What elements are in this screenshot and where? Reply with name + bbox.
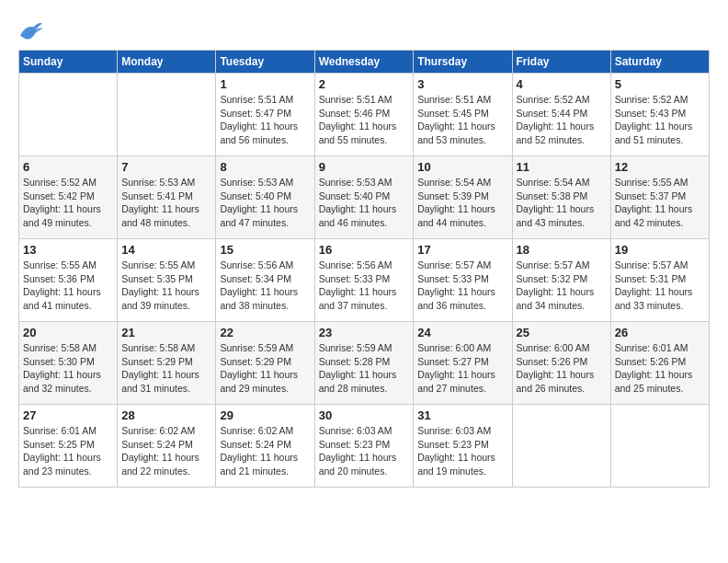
calendar-cell	[610, 405, 709, 488]
calendar-week-row: 13Sunrise: 5:55 AMSunset: 5:36 PMDayligh…	[19, 239, 710, 322]
calendar-cell: 7Sunrise: 5:53 AMSunset: 5:41 PMDaylight…	[118, 156, 216, 239]
calendar-cell: 17Sunrise: 5:57 AMSunset: 5:33 PMDayligh…	[414, 239, 512, 322]
calendar-cell: 29Sunrise: 6:02 AMSunset: 5:24 PMDayligh…	[216, 405, 314, 488]
calendar-cell: 19Sunrise: 5:57 AMSunset: 5:31 PMDayligh…	[610, 239, 709, 322]
cell-text: Sunrise: 5:51 AMSunset: 5:46 PMDaylight:…	[319, 94, 397, 145]
calendar-cell: 6Sunrise: 5:52 AMSunset: 5:42 PMDaylight…	[19, 156, 118, 239]
day-number: 1	[220, 77, 310, 91]
calendar-cell: 21Sunrise: 5:58 AMSunset: 5:29 PMDayligh…	[118, 322, 216, 405]
day-number: 18	[517, 243, 607, 257]
day-number: 24	[417, 326, 507, 339]
cell-text: Sunrise: 5:52 AMSunset: 5:44 PMDaylight:…	[517, 94, 595, 145]
cell-text: Sunrise: 5:57 AMSunset: 5:31 PMDaylight:…	[615, 259, 693, 311]
cell-text: Sunrise: 6:03 AMSunset: 5:23 PMDaylight:…	[417, 425, 495, 477]
calendar-cell: 27Sunrise: 6:01 AMSunset: 5:25 PMDayligh…	[19, 405, 118, 488]
cell-text: Sunrise: 6:02 AMSunset: 5:24 PMDaylight:…	[121, 425, 199, 477]
calendar-cell: 1Sunrise: 5:51 AMSunset: 5:47 PMDaylight…	[216, 74, 314, 156]
calendar-cell: 13Sunrise: 5:55 AMSunset: 5:36 PMDayligh…	[19, 239, 118, 322]
calendar-cell: 20Sunrise: 5:58 AMSunset: 5:30 PMDayligh…	[19, 322, 118, 405]
calendar-week-row: 27Sunrise: 6:01 AMSunset: 5:25 PMDayligh…	[19, 405, 710, 488]
cell-text: Sunrise: 5:52 AMSunset: 5:42 PMDaylight:…	[23, 177, 101, 228]
cell-text: Sunrise: 5:59 AMSunset: 5:28 PMDaylight:…	[319, 342, 397, 394]
cell-text: Sunrise: 5:52 AMSunset: 5:43 PMDaylight:…	[615, 94, 693, 145]
cell-text: Sunrise: 5:55 AMSunset: 5:37 PMDaylight:…	[615, 177, 693, 228]
day-number: 4	[517, 77, 607, 91]
calendar-cell: 3Sunrise: 5:51 AMSunset: 5:45 PMDaylight…	[414, 74, 512, 156]
calendar-cell: 4Sunrise: 5:52 AMSunset: 5:44 PMDaylight…	[512, 74, 610, 156]
day-number: 29	[220, 408, 310, 422]
calendar-cell: 18Sunrise: 5:57 AMSunset: 5:32 PMDayligh…	[512, 239, 610, 322]
day-number: 7	[121, 160, 211, 174]
day-number: 23	[319, 326, 410, 339]
calendar-cell: 12Sunrise: 5:55 AMSunset: 5:37 PMDayligh…	[610, 156, 709, 239]
day-number: 8	[220, 160, 310, 174]
cell-text: Sunrise: 5:55 AMSunset: 5:35 PMDaylight:…	[121, 259, 199, 311]
day-number: 27	[23, 408, 113, 422]
day-number: 25	[517, 326, 607, 339]
calendar-cell: 23Sunrise: 5:59 AMSunset: 5:28 PMDayligh…	[314, 322, 414, 405]
logo-icon	[18, 18, 44, 40]
calendar-cell: 9Sunrise: 5:53 AMSunset: 5:40 PMDaylight…	[314, 156, 414, 239]
day-number: 31	[417, 408, 507, 422]
weekday-header: Friday	[512, 51, 610, 74]
day-number: 2	[319, 77, 410, 91]
calendar-cell: 22Sunrise: 5:59 AMSunset: 5:29 PMDayligh…	[216, 322, 314, 405]
calendar-cell: 8Sunrise: 5:53 AMSunset: 5:40 PMDaylight…	[216, 156, 314, 239]
weekday-header: Sunday	[19, 51, 118, 74]
logo	[18, 18, 48, 40]
cell-text: Sunrise: 5:56 AMSunset: 5:34 PMDaylight:…	[220, 259, 298, 311]
day-number: 6	[23, 160, 113, 174]
day-number: 16	[319, 243, 410, 257]
calendar-cell: 31Sunrise: 6:03 AMSunset: 5:23 PMDayligh…	[414, 405, 512, 488]
weekday-header: Saturday	[610, 51, 709, 74]
calendar-cell: 10Sunrise: 5:54 AMSunset: 5:39 PMDayligh…	[414, 156, 512, 239]
weekday-header: Monday	[118, 51, 216, 74]
calendar-cell: 5Sunrise: 5:52 AMSunset: 5:43 PMDaylight…	[610, 74, 709, 156]
cell-text: Sunrise: 5:51 AMSunset: 5:45 PMDaylight:…	[417, 94, 495, 145]
calendar-cell	[512, 405, 610, 488]
cell-text: Sunrise: 5:56 AMSunset: 5:33 PMDaylight:…	[319, 259, 397, 311]
cell-text: Sunrise: 6:02 AMSunset: 5:24 PMDaylight:…	[220, 425, 298, 477]
day-number: 19	[615, 243, 705, 257]
day-number: 13	[23, 243, 113, 257]
calendar-cell: 2Sunrise: 5:51 AMSunset: 5:46 PMDaylight…	[314, 74, 414, 156]
weekday-header: Tuesday	[216, 51, 314, 74]
calendar-cell	[118, 74, 216, 156]
day-number: 5	[615, 77, 705, 91]
calendar-week-row: 20Sunrise: 5:58 AMSunset: 5:30 PMDayligh…	[19, 322, 710, 405]
cell-text: Sunrise: 6:00 AMSunset: 5:27 PMDaylight:…	[417, 342, 495, 394]
calendar-cell: 30Sunrise: 6:03 AMSunset: 5:23 PMDayligh…	[314, 405, 414, 488]
weekday-header: Wednesday	[314, 51, 414, 74]
cell-text: Sunrise: 5:51 AMSunset: 5:47 PMDaylight:…	[220, 94, 298, 145]
cell-text: Sunrise: 5:53 AMSunset: 5:41 PMDaylight:…	[121, 177, 199, 228]
cell-text: Sunrise: 6:03 AMSunset: 5:23 PMDaylight:…	[319, 425, 397, 477]
cell-text: Sunrise: 5:54 AMSunset: 5:39 PMDaylight:…	[417, 177, 495, 228]
cell-text: Sunrise: 5:58 AMSunset: 5:30 PMDaylight:…	[23, 342, 101, 394]
day-number: 10	[417, 160, 507, 174]
calendar-cell: 26Sunrise: 6:01 AMSunset: 5:26 PMDayligh…	[610, 322, 709, 405]
calendar-cell: 24Sunrise: 6:00 AMSunset: 5:27 PMDayligh…	[414, 322, 512, 405]
day-number: 9	[319, 160, 410, 174]
calendar-cell: 15Sunrise: 5:56 AMSunset: 5:34 PMDayligh…	[216, 239, 314, 322]
cell-text: Sunrise: 6:01 AMSunset: 5:25 PMDaylight:…	[23, 425, 101, 477]
cell-text: Sunrise: 5:59 AMSunset: 5:29 PMDaylight:…	[220, 342, 298, 394]
calendar-cell: 28Sunrise: 6:02 AMSunset: 5:24 PMDayligh…	[118, 405, 216, 488]
day-number: 28	[121, 408, 211, 422]
cell-text: Sunrise: 5:53 AMSunset: 5:40 PMDaylight:…	[220, 177, 298, 228]
day-number: 20	[23, 326, 113, 339]
cell-text: Sunrise: 5:58 AMSunset: 5:29 PMDaylight:…	[121, 342, 199, 394]
cell-text: Sunrise: 5:57 AMSunset: 5:32 PMDaylight:…	[517, 259, 595, 311]
calendar-cell: 14Sunrise: 5:55 AMSunset: 5:35 PMDayligh…	[118, 239, 216, 322]
day-number: 3	[417, 77, 507, 91]
cell-text: Sunrise: 6:01 AMSunset: 5:26 PMDaylight:…	[615, 342, 693, 394]
cell-text: Sunrise: 5:55 AMSunset: 5:36 PMDaylight:…	[23, 259, 101, 311]
cell-text: Sunrise: 5:54 AMSunset: 5:38 PMDaylight:…	[517, 177, 595, 228]
cell-text: Sunrise: 5:57 AMSunset: 5:33 PMDaylight:…	[417, 259, 495, 311]
day-number: 11	[517, 160, 607, 174]
day-number: 12	[615, 160, 705, 174]
day-number: 15	[220, 243, 310, 257]
calendar-week-row: 6Sunrise: 5:52 AMSunset: 5:42 PMDaylight…	[19, 156, 710, 239]
day-number: 21	[121, 326, 211, 339]
calendar-cell	[19, 74, 118, 156]
cell-text: Sunrise: 5:53 AMSunset: 5:40 PMDaylight:…	[319, 177, 397, 228]
